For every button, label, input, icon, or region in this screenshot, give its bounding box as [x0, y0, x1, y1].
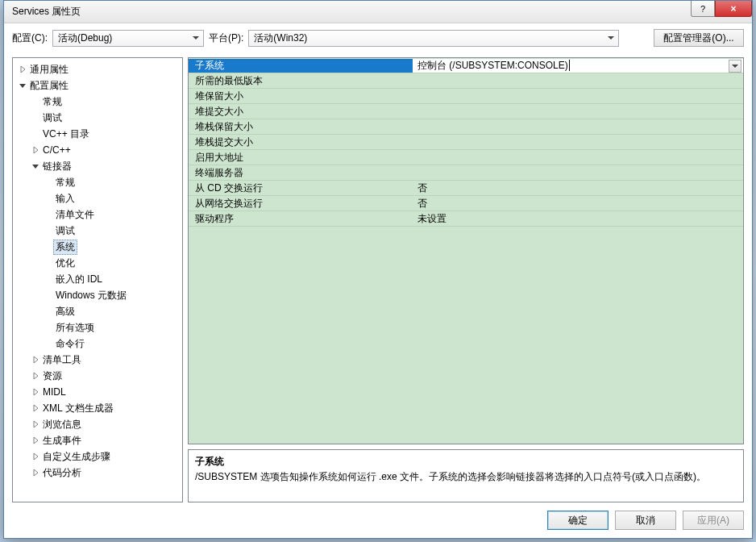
property-grid[interactable]: 子系统控制台 (/SUBSYSTEM:CONSOLE)所需的最低版本堆保留大小堆… — [188, 57, 744, 444]
property-row[interactable]: 驱动程序未设置 — [189, 211, 743, 227]
close-button[interactable]: × — [715, 1, 752, 17]
tree-item[interactable]: 输入 — [13, 190, 182, 206]
tree-item[interactable]: 清单文件 — [13, 206, 182, 223]
tree-item[interactable]: 调试 — [13, 110, 182, 126]
tree-item[interactable]: 所有选项 — [13, 319, 182, 336]
property-row[interactable]: 堆栈保留大小 — [189, 119, 743, 135]
property-name: 堆保留大小 — [189, 90, 413, 103]
property-value-cell[interactable]: 否 — [413, 197, 743, 211]
description-panel: 子系统 /SUBSYSTEM 选项告知操作系统如何运行 .exe 文件。子系统的… — [188, 449, 744, 502]
tree-expand-icon[interactable] — [31, 146, 40, 154]
tree-expand-icon[interactable] — [31, 452, 40, 461]
property-row[interactable]: 启用大地址 — [189, 150, 743, 165]
tree-item[interactable]: 嵌入的 IDL — [13, 271, 182, 287]
tree-item[interactable]: 自定义生成步骤 — [13, 448, 182, 465]
property-row[interactable]: 终端服务器 — [189, 165, 743, 181]
tree-item[interactable]: MIDL — [13, 384, 182, 400]
tree-item-label: 代码分析 — [40, 465, 84, 481]
property-row[interactable]: 堆栈提交大小 — [189, 135, 743, 150]
property-name: 堆栈保留大小 — [189, 120, 413, 134]
tree-item-label: 调试 — [53, 223, 77, 239]
tree-expand-icon[interactable] — [31, 436, 40, 444]
tree-item-label: 输入 — [53, 191, 77, 206]
window-title: Services 属性页 — [4, 5, 81, 19]
tree-item[interactable]: 生成事件 — [13, 432, 182, 448]
platform-combo-value: 活动(Win32) — [254, 31, 307, 45]
property-row[interactable]: 从 CD 交换运行否 — [189, 181, 743, 196]
tree-item[interactable]: 常规 — [13, 174, 182, 190]
property-name: 堆提交大小 — [189, 105, 413, 119]
platform-label: 平台(P): — [209, 31, 243, 45]
property-name: 从网络交换运行 — [189, 197, 413, 211]
configuration-manager-button[interactable]: 配置管理器(O)... — [654, 29, 744, 47]
tree-item[interactable]: 浏览信息 — [13, 416, 182, 432]
tree-expand-icon[interactable] — [18, 81, 27, 90]
property-value-cell[interactable]: 否 — [413, 181, 743, 195]
tree-item-label: Windows 元数据 — [53, 288, 129, 303]
tree-item[interactable]: 优化 — [13, 255, 182, 271]
right-pane: 子系统控制台 (/SUBSYSTEM:CONSOLE)所需的最低版本堆保留大小堆… — [188, 57, 744, 502]
tree-item[interactable]: VC++ 目录 — [13, 126, 182, 142]
tree-item-label: 自定义生成步骤 — [40, 449, 113, 465]
property-row[interactable]: 所需的最低版本 — [189, 73, 743, 89]
tree-item[interactable]: Windows 元数据 — [13, 287, 182, 303]
tree-item-label: 调试 — [40, 110, 64, 126]
config-toolbar: 配置(C): 活动(Debug) 平台(P): 活动(Win32) 配置管理器(… — [4, 23, 752, 48]
tree-item-label: XML 文档生成器 — [40, 401, 116, 416]
property-pages-dialog: Services 属性页 ? × 配置(C): 活动(Debug) 平台(P):… — [3, 0, 753, 539]
tree-item[interactable]: 高级 — [13, 303, 182, 319]
cancel-button[interactable]: 取消 — [615, 511, 676, 530]
tree-item-label: 常规 — [53, 175, 77, 190]
tree-item[interactable]: C/C++ — [13, 142, 182, 158]
tree-item[interactable]: 链接器 — [13, 158, 182, 174]
property-value: 否 — [417, 198, 427, 209]
property-row[interactable]: 堆提交大小 — [189, 104, 743, 119]
config-combo-value: 活动(Debug) — [58, 31, 112, 45]
tree-item-label: 高级 — [53, 304, 77, 319]
tree-item[interactable]: 代码分析 — [13, 465, 182, 481]
category-tree[interactable]: 通用属性配置属性常规调试VC++ 目录C/C++链接器常规输入清单文件调试系统优… — [12, 57, 183, 502]
ok-button[interactable]: 确定 — [547, 511, 609, 530]
main-area: 通用属性配置属性常规调试VC++ 目录C/C++链接器常规输入清单文件调试系统优… — [12, 57, 744, 502]
tree-item-label: 清单文件 — [53, 207, 97, 223]
property-row[interactable]: 从网络交换运行否 — [189, 196, 743, 211]
property-row[interactable]: 堆保留大小 — [189, 89, 743, 104]
tree-item[interactable]: 资源 — [13, 368, 182, 384]
titlebar: Services 属性页 ? × — [4, 1, 752, 23]
tree-item[interactable]: XML 文档生成器 — [13, 400, 182, 416]
tree-item-label: 所有选项 — [53, 320, 97, 336]
config-combo[interactable]: 活动(Debug) — [52, 30, 204, 47]
tree-item-label: C/C++ — [40, 144, 73, 156]
tree-item[interactable]: 系统 — [13, 239, 182, 255]
tree-item-label: 浏览信息 — [40, 417, 84, 432]
config-label: 配置(C): — [12, 31, 48, 45]
tree-item[interactable]: 通用属性 — [13, 61, 182, 77]
property-name: 驱动程序 — [189, 212, 413, 226]
help-button[interactable]: ? — [691, 1, 715, 17]
platform-combo[interactable]: 活动(Win32) — [248, 30, 619, 47]
tree-expand-icon[interactable] — [31, 388, 40, 396]
property-value-cell[interactable]: 控制台 (/SUBSYSTEM:CONSOLE) — [413, 59, 743, 73]
tree-item[interactable]: 常规 — [13, 94, 182, 110]
tree-expand-icon[interactable] — [18, 65, 27, 73]
tree-item-label: 优化 — [53, 256, 77, 271]
property-name: 终端服务器 — [189, 166, 413, 180]
tree-item[interactable]: 调试 — [13, 223, 182, 239]
tree-expand-icon[interactable] — [31, 404, 40, 412]
tree-item-label: 清单工具 — [40, 352, 84, 368]
dropdown-icon[interactable] — [729, 60, 741, 73]
property-name: 堆栈提交大小 — [189, 136, 413, 149]
tree-expand-icon[interactable] — [31, 162, 40, 170]
tree-item[interactable]: 命令行 — [13, 336, 182, 352]
property-value: 未设置 — [417, 213, 447, 224]
tree-expand-icon[interactable] — [31, 372, 40, 380]
tree-expand-icon[interactable] — [31, 469, 40, 477]
tree-expand-icon[interactable] — [31, 420, 40, 428]
tree-expand-icon[interactable] — [31, 356, 40, 364]
tree-item-label: VC++ 目录 — [40, 127, 92, 142]
apply-button[interactable]: 应用(A) — [683, 511, 744, 530]
tree-item[interactable]: 配置属性 — [13, 77, 182, 94]
property-row[interactable]: 子系统控制台 (/SUBSYSTEM:CONSOLE) — [189, 58, 743, 73]
property-value-cell[interactable]: 未设置 — [413, 212, 743, 226]
tree-item[interactable]: 清单工具 — [13, 352, 182, 368]
